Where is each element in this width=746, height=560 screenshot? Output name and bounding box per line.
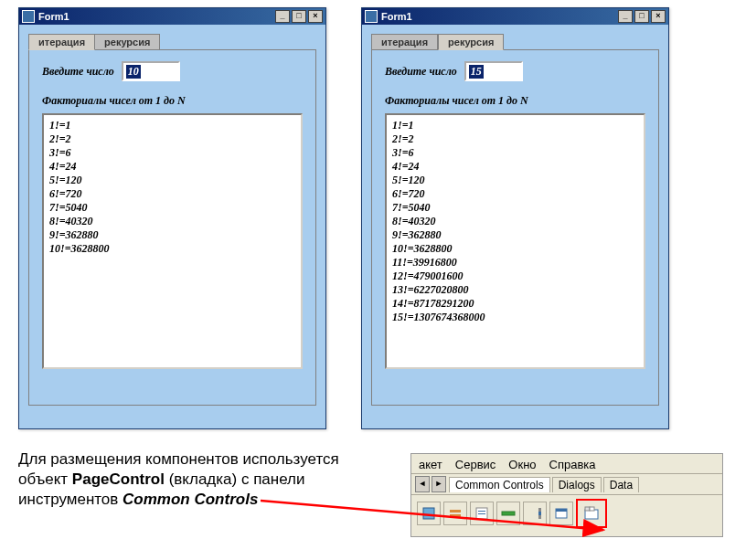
input-label: Введите число	[42, 65, 114, 79]
palette-tab-data[interactable]: Data	[603, 477, 639, 492]
titlebar: Form1 _ □ ×	[362, 8, 668, 25]
ide-palette: акет Сервис Окно Справка ◄ ► Common Cont…	[410, 453, 723, 537]
caption-line3a: инструментов	[18, 491, 123, 508]
number-value: 15	[469, 65, 484, 79]
close-button[interactable]: ×	[308, 10, 323, 23]
svg-rect-1	[450, 510, 461, 512]
component-button[interactable]	[523, 502, 547, 525]
component-button[interactable]	[443, 502, 467, 525]
caption-line2b: (вкладка) с панели	[165, 470, 305, 488]
menu-item[interactable]: акет	[419, 458, 442, 471]
menu-item[interactable]: Сервис	[455, 458, 496, 471]
form-window-iteration: Form1 _ □ × итерация рекурсия Введите чи…	[18, 7, 326, 429]
menu-item[interactable]: Справка	[549, 458, 596, 471]
results-memo[interactable]: 1!=1 2!=2 3!=6 4!=24 5!=120 6!=720 7!=50…	[385, 113, 645, 369]
client-area: итерация рекурсия Введите число 15 Факто…	[362, 25, 668, 428]
component-button[interactable]	[549, 502, 573, 525]
maximize-button[interactable]: □	[292, 10, 306, 23]
results-heading: Факториалы чисел от 1 до N	[42, 94, 303, 108]
client-area: итерация рекурсия Введите число 10 Факто…	[19, 25, 325, 428]
results-heading: Факториалы чисел от 1 до N	[385, 94, 645, 108]
caption-line2a: объект	[18, 470, 72, 488]
svg-rect-10	[556, 509, 567, 512]
component-button[interactable]	[417, 502, 441, 525]
component-button[interactable]	[496, 502, 520, 525]
number-input[interactable]: 15	[464, 61, 523, 81]
pagecontrol-term: PageControl	[72, 470, 165, 488]
number-input[interactable]: 10	[122, 61, 180, 81]
svg-rect-2	[450, 514, 461, 517]
tabs-scroll-right[interactable]: ►	[432, 476, 446, 492]
tabstrip: итерация рекурсия	[371, 34, 659, 50]
tabstrip: итерация рекурсия	[28, 34, 316, 50]
tab-iteration[interactable]: итерация	[371, 34, 438, 50]
minimize-button[interactable]: _	[618, 10, 633, 23]
caption-line1: Для размещения компонентов используется	[18, 450, 339, 468]
ide-toolbar	[411, 495, 722, 532]
tabs-scroll-left[interactable]: ◄	[415, 476, 430, 492]
app-icon	[365, 10, 378, 23]
svg-rect-4	[478, 511, 485, 512]
window-title: Form1	[381, 11, 412, 22]
palette-tab-common-controls[interactable]: Common Controls	[449, 477, 550, 492]
caption-text: Для размещения компонентов используется …	[18, 449, 393, 510]
component-button[interactable]	[470, 502, 494, 525]
svg-rect-5	[478, 513, 485, 514]
pagecontrol-component-button[interactable]	[576, 499, 607, 528]
window-title: Form1	[38, 11, 69, 22]
maximize-button[interactable]: □	[634, 10, 649, 23]
svg-rect-6	[502, 512, 515, 515]
ide-menu: акет Сервис Окно Справка	[411, 454, 722, 473]
titlebar: Form1 _ □ ×	[19, 8, 325, 25]
form-window-recursion: Form1 _ □ × итерация рекурсия Введите чи…	[361, 7, 669, 429]
minimize-button[interactable]: _	[275, 10, 290, 23]
palette-tab-dialogs[interactable]: Dialogs	[552, 477, 602, 492]
common-controls-term: Common Controls	[123, 491, 258, 508]
tab-recursion[interactable]: рекурсия	[95, 34, 160, 50]
svg-rect-12	[585, 507, 590, 511]
input-label: Введите число	[385, 65, 457, 79]
svg-rect-0	[423, 508, 434, 519]
results-memo[interactable]: 1!=1 2!=2 3!=6 4!=24 5!=120 6!=720 7!=50…	[42, 113, 303, 369]
pagecontrol-body: Введите число 10 Факториалы чисел от 1 д…	[28, 49, 316, 406]
menu-item[interactable]: Окно	[508, 458, 536, 471]
number-value: 10	[126, 65, 141, 79]
pagecontrol-body: Введите число 15 Факториалы чисел от 1 д…	[371, 49, 659, 406]
tab-iteration[interactable]: итерация	[28, 34, 95, 50]
ide-tabs: ◄ ► Common Controls Dialogs Data	[411, 473, 722, 495]
svg-rect-13	[590, 507, 594, 511]
close-button[interactable]: ×	[651, 10, 666, 23]
app-icon	[22, 10, 35, 23]
svg-rect-8	[538, 512, 541, 515]
tab-recursion[interactable]: рекурсия	[438, 34, 504, 50]
